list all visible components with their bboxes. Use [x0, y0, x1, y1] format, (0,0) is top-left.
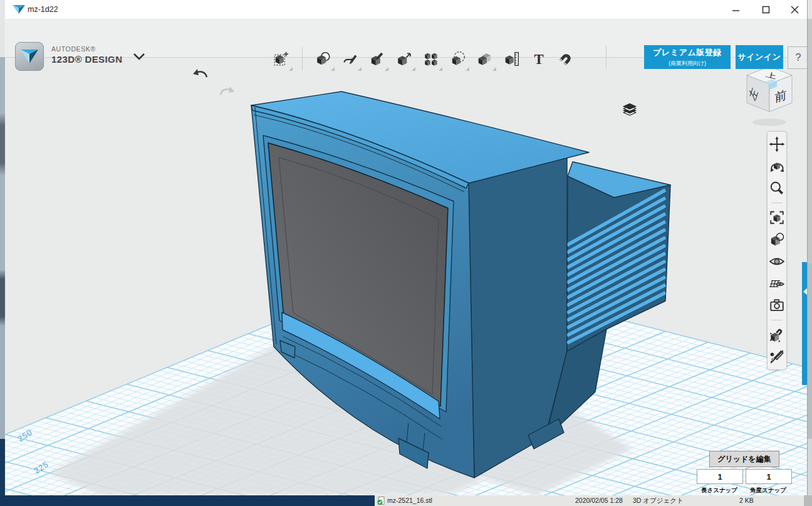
dropdown-arrow-icon[interactable] [466, 67, 469, 71]
navigation-toolbar [767, 131, 787, 370]
dropdown-arrow-icon[interactable] [289, 67, 293, 71]
dropdown-arrow-icon[interactable] [385, 67, 388, 71]
redo-button[interactable] [218, 83, 236, 100]
edit-grid-button[interactable]: グリッドを編集 [709, 451, 779, 467]
tool-construct-button[interactable] [368, 50, 386, 68]
premium-signup-sublabel: (商業利用向け) [669, 60, 706, 68]
file-name: mz-2521_16.stl [387, 497, 432, 504]
tool-combine-button[interactable] [476, 50, 494, 68]
menu-chevron-icon[interactable] [130, 48, 148, 65]
title-bar: mz-1d22 [5, 0, 807, 19]
premium-signup-button[interactable]: プレミアム版登録 (商業利用向け) [644, 45, 731, 69]
toolbar-separator [302, 47, 303, 71]
tool-snap-button[interactable] [557, 50, 575, 68]
brand-autodesk: AUTODESK® [51, 46, 122, 53]
view-cube[interactable]: 上 左 前 [739, 60, 799, 133]
tool-modify-button[interactable] [395, 50, 413, 68]
app-icon [11, 4, 26, 15]
toolbar-divider [771, 203, 783, 203]
minimize-button[interactable] [724, 0, 747, 19]
fit-view-button[interactable] [769, 209, 785, 226]
angle-snap-input[interactable] [746, 469, 792, 484]
length-snap-input[interactable] [697, 469, 743, 484]
file-size: 2 KB [739, 497, 754, 504]
length-snap-label: 長さスナップ [697, 487, 742, 495]
tool-text-button[interactable]: T [530, 50, 548, 68]
taskbar-edge [0, 495, 375, 506]
orbit-button[interactable] [769, 158, 785, 174]
background-scrollbar [804, 495, 812, 506]
view-cube-shadow [752, 119, 786, 126]
dropdown-arrow-icon[interactable] [439, 67, 442, 71]
maximize-button[interactable] [754, 0, 777, 19]
viewport-3d[interactable]: 250225 [5, 57, 807, 495]
tool-sketch-button[interactable] [341, 50, 359, 68]
tool-measure-button[interactable] [503, 50, 521, 68]
undo-button[interactable] [192, 65, 209, 83]
tool-grouping-button[interactable] [449, 50, 467, 68]
tool-transform-button[interactable] [273, 50, 290, 68]
pan-button[interactable] [769, 136, 785, 152]
app-menu-logo[interactable] [15, 42, 44, 71]
brand-text: AUTODESK® 123D® DESIGN [51, 46, 122, 64]
zoom-button[interactable] [769, 180, 785, 196]
background-window-right-edge [807, 0, 812, 506]
tool-pattern-button[interactable] [422, 50, 440, 68]
file-date: 2020/02/05 1:28 [575, 497, 623, 504]
toolbar-separator [606, 45, 606, 69]
tool-group: T [273, 47, 575, 71]
angle-snap-label: 角度スナップ [746, 487, 791, 495]
tool-primitives-button[interactable] [315, 50, 332, 68]
window-title: mz-1d22 [28, 5, 58, 14]
file-type: 3D オブジェクト [633, 497, 684, 505]
application-window: 250225 [0, 0, 812, 506]
dropdown-arrow-icon[interactable] [331, 67, 335, 71]
background-file-row[interactable]: mz-2521_16.stl 2020/02/05 1:28 3D オブジェクト… [0, 495, 812, 506]
sign-in-button[interactable]: サインイン [736, 45, 783, 69]
close-button[interactable] [783, 0, 806, 19]
screenshot-button[interactable] [769, 297, 785, 314]
premium-signup-label: プレミアム版登録 [653, 47, 722, 58]
grid-visibility-button[interactable] [769, 275, 785, 292]
background-window-left-edge [0, 0, 5, 506]
sketch-toggle-button[interactable] [769, 349, 785, 365]
dropdown-arrow-icon[interactable] [412, 67, 415, 71]
visibility-button[interactable] [769, 253, 785, 270]
file-checked-icon [377, 497, 385, 505]
svg-text:T: T [534, 51, 543, 67]
brand-123d-design: 123D® DESIGN [51, 55, 122, 64]
snap-box-button[interactable] [769, 327, 785, 343]
logo-mark [19, 48, 40, 65]
undo-icon [192, 66, 209, 82]
material-button[interactable] [769, 231, 785, 248]
main-toolbar: AUTODESK® 123D® DESIGN T [5, 19, 807, 58]
dropdown-arrow-icon[interactable] [492, 67, 496, 71]
toolbar-divider [771, 320, 783, 320]
sign-in-label: サインイン [737, 51, 781, 63]
help-button[interactable]: ? [788, 46, 809, 69]
dropdown-arrow-icon[interactable] [358, 67, 362, 71]
redo-icon [218, 84, 236, 99]
layers-stack-icon[interactable] [621, 100, 638, 118]
